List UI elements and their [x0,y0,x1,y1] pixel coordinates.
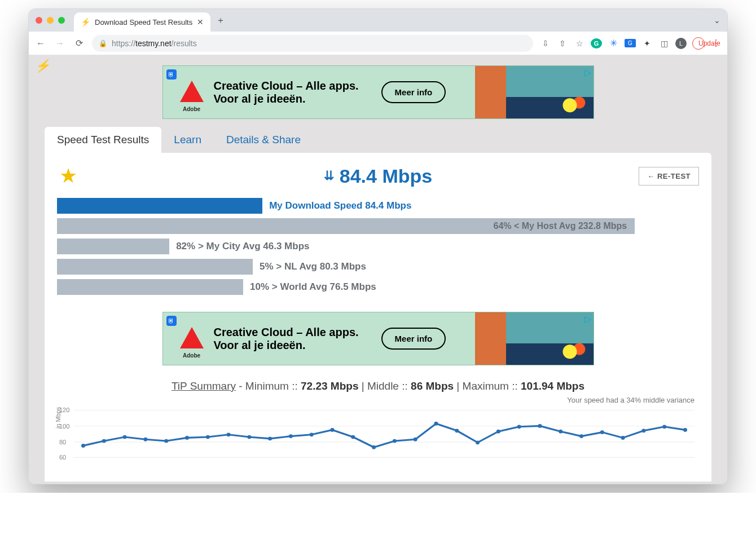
svg-point-20 [414,438,417,442]
svg-point-16 [330,428,334,432]
reload-button[interactable]: ⟳ [73,38,85,48]
svg-point-12 [247,435,251,439]
svg-point-5 [102,439,106,443]
svg-point-29 [600,430,604,434]
address-bar[interactable]: 🔒 https://testmy.net/results [92,35,533,52]
svg-point-30 [621,436,625,440]
bar-world-avg: 10% > World Avg 76.5 Mbps [57,279,699,295]
update-button[interactable]: Update [692,37,705,50]
google-translate-extension-icon[interactable]: G [625,39,636,47]
svg-point-32 [662,425,666,429]
svg-point-28 [579,434,583,438]
results-panel: ★ ⇊ 84.4 Mbps ← RE-TEST My Download Spee… [45,153,711,482]
ad-image [475,66,594,118]
side-panel-icon[interactable]: ◫ [658,39,670,48]
ad-cta-button[interactable]: Meer info [381,81,446,103]
svg-point-22 [455,429,459,432]
url-scheme: https:// [112,39,135,48]
svg-point-6 [123,435,127,439]
svg-point-10 [206,435,210,439]
adobe-logo-icon: Adobe [180,81,204,104]
url-host: testmy.net [135,39,172,48]
profile-avatar[interactable]: L [675,38,687,49]
ad-slot-top: ⛨ ▷ Adobe Creative Cloud – Alle apps. Vo… [29,55,727,127]
ad-slot-mid: ⛨ ▷ Adobe Creative Cloud – Alle apps. Vo… [57,299,699,372]
site-logo-icon[interactable]: ⚡ [34,59,52,73]
install-app-icon[interactable]: ⇩ [540,39,551,48]
bar-city-avg-label: 82% > My City Avg 46.3 Mbps [176,241,309,252]
svg-point-9 [185,436,189,440]
bar-city-avg: 82% > My City Avg 46.3 Mbps [57,239,699,254]
close-window-button[interactable] [36,17,42,24]
ad-cta-button[interactable]: Meer info [381,328,446,350]
tab-details-share[interactable]: Details & Share [214,127,313,153]
result-headline: ★ ⇊ 84.4 Mbps ← RE-TEST [57,164,699,188]
ad-copy: Creative Cloud – Alle apps. Voor al je i… [214,326,359,352]
tip-summary-link[interactable]: TiP Summary [172,380,236,392]
window-controls [36,17,65,24]
extensions-puzzle-icon[interactable]: ✦ [641,39,653,48]
share-icon[interactable]: ⇧ [557,39,568,48]
bar-my-speed-label: My Download Speed 84.4 Mbps [269,200,411,211]
ad-copy: Creative Cloud – Alle apps. Voor al je i… [214,80,359,105]
ad-info-icon[interactable]: ▷ [584,67,591,78]
ad-privacy-icon[interactable]: ⛨ [166,316,177,326]
svg-point-31 [641,429,645,432]
svg-point-15 [310,432,314,436]
browser-window: ⚡ Download Speed Test Results ✕ ＋ ⌄ ← → … [28,8,728,484]
svg-point-7 [143,438,147,442]
browser-tab[interactable]: ⚡ Download Speed Test Results ✕ [74,12,210,32]
maximize-window-button[interactable] [58,17,65,24]
chart-svg [74,405,695,465]
svg-point-11 [227,432,231,436]
svg-point-18 [372,445,376,449]
back-button[interactable]: ← [34,38,47,48]
window-titlebar: ⚡ Download Speed Test Results ✕ ＋ ⌄ [29,9,727,32]
ad-banner[interactable]: ⛨ ▷ Adobe Creative Cloud – Alle apps. Vo… [162,312,594,365]
url-path: /results [172,39,197,48]
content-tabs: Speed Test Results Learn Details & Share [29,127,727,153]
favorite-star-icon[interactable]: ★ [59,164,77,188]
svg-point-14 [289,434,293,438]
extension-icon[interactable]: ✳ [608,38,619,48]
ad-privacy-icon[interactable]: ⛨ [166,69,177,80]
page-body: ⚡ ⛨ ▷ Adobe Creative Cloud – Alle apps. … [29,55,727,484]
svg-point-17 [351,435,355,439]
svg-point-13 [268,436,272,440]
adobe-logo-icon: Adobe [180,327,204,351]
grammarly-extension-icon[interactable]: G [591,38,602,48]
svg-point-4 [81,444,85,448]
svg-point-25 [517,425,521,429]
toolbar-icons: ⇩ ⇧ ☆ G ✳ G ✦ ◫ L Update ⋮ [540,37,722,50]
svg-point-27 [559,430,562,434]
tab-learn[interactable]: Learn [161,127,214,153]
ad-image [475,312,594,365]
minimize-window-button[interactable] [47,17,54,24]
tip-summary: TiP Summary - Minimum :: 72.23 Mbps | Mi… [57,380,699,392]
browser-menu-icon[interactable]: ⋮ [710,38,722,48]
close-tab-icon[interactable]: ✕ [197,17,204,27]
svg-point-24 [496,430,500,434]
svg-point-19 [393,439,397,443]
bar-country-avg-label: 5% > NL Avg 80.3 Mbps [260,261,366,272]
ad-info-icon[interactable]: ▷ [584,314,591,324]
lock-icon: 🔒 [99,39,107,47]
svg-point-23 [476,440,480,444]
bar-host-avg-label: 64% < My Host Avg 232.8 Mbps [57,221,635,231]
tabs-overflow-icon[interactable]: ⌄ [714,16,720,25]
retest-button[interactable]: ← RE-TEST [639,167,699,186]
svg-point-26 [538,424,542,428]
bookmark-star-icon[interactable]: ☆ [574,39,585,48]
site-favicon-icon: ⚡ [81,17,90,27]
download-speed-headline: ⇊ 84.4 Mbps [324,165,432,187]
download-arrow-icon: ⇊ [324,169,334,183]
svg-point-33 [683,428,687,432]
tab-speed-test-results[interactable]: Speed Test Results [45,127,161,153]
svg-point-8 [164,439,168,443]
svg-point-21 [434,422,438,426]
browser-toolbar: ← → ⟳ 🔒 https://testmy.net/results ⇩ ⇧ ☆… [29,32,727,55]
ad-banner[interactable]: ⛨ ▷ Adobe Creative Cloud – Alle apps. Vo… [162,65,594,119]
variance-note: Your speed had a 34% middle variance [57,396,695,404]
new-tab-button[interactable]: ＋ [216,15,225,27]
forward-button[interactable]: → [54,38,66,48]
